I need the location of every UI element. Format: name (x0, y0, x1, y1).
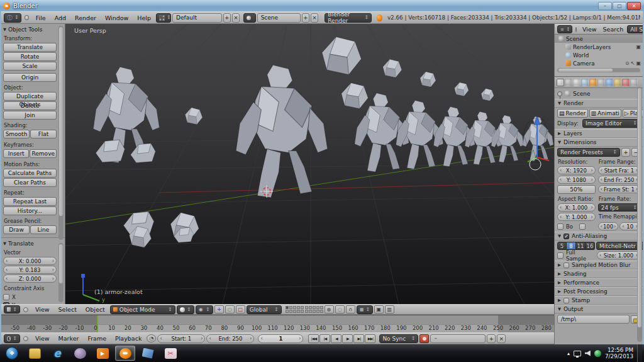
grease-line-button[interactable]: Line (30, 225, 57, 234)
current-frame-field[interactable]: ‹1› (258, 334, 303, 343)
taskbar-file-explorer[interactable] (25, 346, 45, 361)
translate-panel-scrollbar[interactable] (58, 243, 64, 302)
layers-grid-1[interactable] (286, 306, 304, 313)
taskbar-paint-app[interactable] (138, 346, 158, 361)
frame-end-field[interactable]: ‹End: 250› (206, 334, 254, 343)
editor-type-info[interactable]: ⓘ↕ (4, 13, 21, 23)
menu-frame[interactable]: Frame (84, 335, 110, 342)
show-desktop-button[interactable] (637, 344, 642, 362)
tool-shelf-scrollbar[interactable] (58, 26, 64, 240)
viewport-shading-select[interactable]: ↕ (177, 305, 194, 314)
collapse-menus-icon[interactable] (23, 307, 28, 312)
next-keyframe-button[interactable]: ▶| (353, 334, 364, 343)
insert-keyframe-button[interactable]: Insert (3, 149, 29, 158)
taskbar-snipping-tool[interactable]: ✂ (160, 346, 180, 361)
duplicate-objects-button[interactable]: Duplicate Objects (3, 92, 57, 101)
clear-paths-button[interactable]: Clear Paths (3, 178, 57, 187)
delete-keyframe-icon[interactable]: × (497, 334, 506, 343)
delete-button[interactable]: Delete (3, 101, 57, 110)
window-titlebar[interactable]: Blender – ▢ × (0, 0, 644, 11)
stamp-section-header[interactable]: ▶Stamp (555, 296, 643, 305)
tab-data[interactable] (614, 79, 621, 86)
display-mode-select[interactable]: Image Editor↕ (582, 119, 640, 128)
transform-orientation-select[interactable]: Global↕ (247, 305, 282, 314)
editor-type-outliner[interactable]: ≡↕ (557, 25, 572, 33)
output-section-header[interactable]: ▼Output (555, 305, 643, 314)
tab-texture[interactable] (630, 79, 638, 86)
tray-network-icon[interactable] (574, 351, 581, 356)
taskbar-media-player[interactable]: ▶ (92, 346, 113, 361)
keying-set-field[interactable]: ⌁ (430, 334, 486, 343)
tab-constraints[interactable] (597, 79, 605, 86)
tab-render-layers[interactable] (565, 79, 572, 86)
taskbar-media-app[interactable] (70, 346, 90, 361)
maximize-button[interactable]: ▢ (613, 2, 626, 10)
origin-button[interactable]: Origin (3, 73, 57, 82)
snap-element-select[interactable]: ▦↕ (357, 305, 373, 314)
aspect-y-field[interactable]: ‹Y: 1.000› (557, 213, 596, 221)
delete-scene-button[interactable]: × (311, 13, 318, 23)
remap-old-field[interactable]: ‹100› (598, 222, 619, 230)
preview-range-clock-icon[interactable]: ◔ (147, 334, 156, 342)
panel-expand-icon[interactable]: ▼ (3, 241, 6, 246)
scene-field[interactable]: Scene (257, 13, 301, 23)
proportional-edit-toggle[interactable]: ◌ (335, 305, 345, 314)
full-sample-checkbox[interactable] (557, 252, 564, 259)
tab-scene[interactable] (573, 79, 580, 86)
outliner-horizontal-scrollbar[interactable] (557, 68, 640, 72)
anti-aliasing-section-header[interactable]: ▼✓Anti-Aliasing (555, 232, 643, 240)
manipulator-scale-toggle[interactable]: □ (236, 305, 245, 314)
rotate-button[interactable]: Rotate (3, 52, 57, 61)
panel-expand-icon[interactable]: ▼ (3, 27, 6, 32)
resolution-percentage-slider[interactable]: 50% (557, 185, 596, 194)
add-preset-button[interactable]: + (621, 148, 630, 157)
visibility-eye-icon[interactable]: ⊙ (625, 60, 630, 66)
outliner-item-world[interactable]: World (555, 51, 643, 59)
close-button[interactable]: × (627, 2, 641, 10)
constraint-y-checkbox[interactable]: ✓ (3, 302, 9, 305)
render-presets-select[interactable]: Render Presets↕ (557, 148, 620, 157)
jump-to-end-button[interactable]: ▶▶| (365, 334, 375, 343)
stamp-checkbox[interactable] (564, 298, 569, 303)
tab-world[interactable] (581, 79, 589, 86)
tab-modifiers[interactable] (606, 79, 613, 86)
border-checkbox[interactable] (557, 223, 564, 230)
play-button[interactable]: ▶ (342, 334, 353, 343)
vector-z-field[interactable]: ‹Z: 0.000› (3, 274, 57, 283)
menu-search[interactable]: Search (601, 26, 626, 33)
play-reverse-button[interactable]: ◀ (331, 334, 341, 343)
lock-to-scene-toggle[interactable] (325, 305, 334, 314)
timeline-ruler[interactable]: -50-40-30-20-100102030405060708090100110… (1, 315, 554, 332)
menu-view[interactable]: View (31, 335, 53, 342)
menu-file[interactable]: File (32, 14, 50, 21)
collapse-menus-icon[interactable] (25, 15, 29, 20)
auto-keyframe-record-button[interactable] (419, 334, 429, 343)
menu-marker[interactable]: Marker (55, 335, 83, 342)
tray-volume-icon[interactable] (585, 351, 591, 356)
crop-checkbox[interactable] (579, 223, 586, 230)
selectability-cursor-icon[interactable]: ↖ (631, 60, 635, 66)
menu-select[interactable]: Select (55, 306, 80, 313)
smooth-button[interactable]: Smooth (3, 130, 30, 139)
render-opengl-anim-button[interactable]: ▥ (385, 305, 394, 314)
repeat-last-button[interactable]: Repeat Last (3, 197, 57, 206)
render-animation-button[interactable]: ▥Animati (589, 109, 621, 118)
model-row-figures[interactable] (355, 59, 524, 172)
menu-window[interactable]: Window (101, 14, 132, 21)
mode-select[interactable]: Object Mode↕ (110, 305, 175, 314)
renderability-camera-icon[interactable]: ▣ (636, 60, 641, 66)
sampled-motion-blur-section-header[interactable]: ▶Sampled Motion Blur (555, 261, 643, 269)
taskbar-blender[interactable] (115, 346, 135, 361)
anti-aliasing-checkbox[interactable]: ✓ (564, 234, 569, 239)
frame-start-field[interactable]: ‹Start: 1› (157, 334, 205, 343)
menu-object[interactable]: Object (82, 306, 109, 313)
tray-app-icon[interactable] (594, 350, 601, 357)
viewport-canvas[interactable] (65, 24, 554, 304)
vector-y-field[interactable]: ‹Y: 0.183› (3, 266, 57, 274)
output-path-field[interactable]: /tmp\ (557, 315, 630, 324)
frame-end-field[interactable]: ‹End Fr: 250› (598, 176, 640, 184)
screen-layout-field[interactable]: Default (172, 13, 222, 23)
sync-mode-select[interactable]: No Sync↕ (379, 334, 418, 343)
scale-button[interactable]: Scale (3, 62, 57, 71)
pivot-point-select[interactable]: ◉↕ (196, 305, 213, 314)
